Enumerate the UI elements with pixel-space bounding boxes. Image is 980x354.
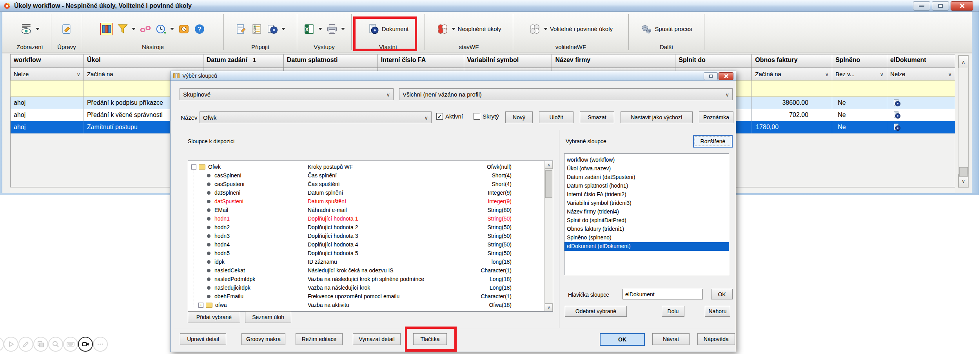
scrollbar-thumb[interactable] [959, 167, 968, 177]
nastavit-vychozi-button[interactable]: Nastavit jako výchozí [621, 111, 693, 123]
tree-row[interactable]: idpk ID záznamu long(18) [188, 257, 553, 266]
list-item[interactable]: Datum splatnosti (hodn1) [564, 182, 729, 190]
filter-splneno[interactable]: Bez v... [832, 68, 887, 80]
help-button[interactable]: ? [194, 23, 205, 35]
nazev-combo[interactable]: Ofwk [200, 111, 432, 123]
pen-button[interactable] [18, 337, 33, 352]
tree-row[interactable]: nasledPodmIdpk Vazba na následující krok… [188, 275, 553, 283]
list-item[interactable]: Variabilní symbol (trideni3) [564, 199, 729, 208]
list-item[interactable]: Název firmy (trideni4) [564, 208, 729, 216]
nahoru-button[interactable]: Nahoru [705, 306, 730, 317]
dialog-ok-button[interactable]: OK [600, 333, 645, 346]
stavwf-button[interactable]: Nesplněné úkoly [437, 23, 501, 35]
tree-expander-icon[interactable] [198, 303, 203, 308]
tree-row[interactable]: ofwa Vazba na aktivitu Ofwa(18) [188, 301, 553, 309]
volitelnewf-button[interactable]: Volitelné i povinné úkoly [529, 23, 613, 35]
keyboard-button[interactable] [63, 337, 78, 352]
filter-button[interactable] [117, 23, 136, 35]
more-button[interactable] [93, 337, 108, 352]
window-titlebar[interactable]: Úkoly workflow - Nesplněné úkoly, Volite… [0, 0, 979, 12]
column-header-splneno[interactable]: Splněno [832, 54, 887, 68]
tree-row[interactable]: EMail Náhradní e-mail String(80) [188, 206, 553, 214]
filter-workflow[interactable]: Nelze [11, 68, 84, 80]
list-item[interactable]: Splnit do (splnitDatPred) [564, 216, 729, 225]
navrat-button[interactable]: Návrat [652, 333, 690, 345]
dialog-close-button[interactable] [719, 72, 733, 80]
novy-button[interactable]: Nový [505, 111, 533, 123]
odebrat-vybrane-button[interactable]: Odebrat vybrané [565, 306, 627, 317]
tree-row[interactable]: Ofwk Kroky postupů WF Ofwk(null) [188, 162, 553, 171]
filter-eldokument[interactable]: Nelze [887, 68, 955, 80]
list-item[interactable]: Obnos faktury (trideni1) [564, 225, 729, 234]
tree-row[interactable]: nasledCekat Následující krok čeká na ode… [188, 266, 553, 275]
column-header-workflow[interactable]: workflow [11, 54, 84, 68]
tree-expander-icon[interactable] [191, 164, 196, 170]
dialog-titlebar[interactable]: Výběr sloupců [171, 71, 736, 81]
note-edit-button[interactable] [235, 23, 247, 35]
dolu-button[interactable]: Dolu [662, 306, 684, 317]
tree-row[interactable]: nasledujiciIdpk Vazba na následující kro… [188, 283, 553, 292]
rozsirene-button[interactable]: Rozšířené [693, 135, 733, 148]
groovy-makra-button[interactable]: Groovy makra [241, 333, 285, 345]
tree-row[interactable]: obehEmailu Frekvence upozornění pomocí e… [188, 292, 553, 301]
minimize-button[interactable] [913, 1, 930, 11]
column-header-nazev-firmy[interactable]: Název firmy [552, 54, 675, 68]
dialog-restore-button[interactable] [704, 72, 718, 80]
tree-row[interactable]: casSplneni Čas splnění Short(4) [188, 171, 553, 180]
available-columns-tree[interactable]: Ofwk Kroky postupů WF Ofwk(null) casSpln… [188, 162, 553, 309]
grid-vertical-scrollbar[interactable] [958, 55, 969, 188]
view-button[interactable] [20, 23, 40, 35]
scrollbar-thumb[interactable] [545, 170, 552, 198]
smazat-button[interactable]: Smazat [580, 111, 614, 123]
vymazat-detail-button[interactable]: Vymazat detail [353, 333, 401, 345]
list-item[interactable]: Datum zadání (datSpusteni) [564, 173, 729, 182]
quickfilter-cell[interactable] [832, 80, 887, 97]
tree-row[interactable]: datSplneni Datum splnění Integer(9) [188, 188, 553, 197]
tree-row[interactable]: hodn1 Doplňující hodnota 1 String(50) [188, 214, 553, 223]
pridat-vybrane-button[interactable]: Přidat vybrané [188, 311, 240, 323]
checklist-button[interactable] [251, 23, 263, 35]
stopwatch-button[interactable] [178, 23, 190, 35]
column-header-ukol[interactable]: Úkol [84, 54, 203, 68]
upravit-detail-button[interactable]: Upravit detail [180, 333, 226, 345]
profile-type-combo[interactable]: Skupinové [180, 88, 394, 100]
seznam-uloh-button[interactable]: Seznam úloh [245, 311, 291, 323]
edit-button[interactable] [61, 23, 73, 35]
unlink-button[interactable] [140, 23, 151, 35]
play-button[interactable] [4, 337, 18, 352]
quickfilter-cell[interactable] [887, 80, 955, 97]
column-header-eldokument[interactable]: elDokument [887, 54, 955, 68]
column-header-datum-zadani[interactable]: Datum zadání1 [203, 54, 284, 68]
poznamka-button[interactable]: Poznámka [699, 111, 733, 123]
windows-button[interactable] [33, 337, 48, 352]
aktivni-checkbox[interactable] [436, 113, 443, 120]
ulozit-button[interactable]: Uložit [539, 111, 573, 123]
list-item[interactable]: Interní číslo FA (trideni2) [564, 190, 729, 199]
quickfilter-cell[interactable] [11, 80, 84, 97]
quickfilter-cell[interactable] [752, 80, 832, 97]
selected-columns-list[interactable]: workflow (workflow)Úkol (ofwa.nazev)Datu… [564, 153, 729, 275]
column-select-button[interactable] [100, 23, 113, 35]
napoveda-button[interactable]: Nápověda [697, 333, 735, 345]
tree-row[interactable]: datSpusteni Datum spuštění Integer(9) [188, 197, 553, 206]
column-header-interni-cislo[interactable]: Interní číslo FA [378, 54, 464, 68]
skryty-checkbox[interactable] [474, 113, 480, 120]
close-button[interactable] [951, 1, 973, 11]
scroll-down-button[interactable] [545, 303, 553, 311]
rezim-editace-button[interactable]: Režim editace [296, 333, 343, 345]
hlavicka-sloupce-input[interactable] [622, 289, 703, 299]
tree-row[interactable]: casSpusteni Čas spuštění Short(4) [188, 180, 553, 188]
list-item[interactable]: Úkol (ofwa.nazev) [564, 164, 729, 173]
attach-cd-button[interactable] [267, 23, 285, 35]
refresh-clock-button[interactable] [155, 23, 174, 35]
print-button[interactable] [326, 23, 345, 35]
maximize-button[interactable] [932, 1, 949, 11]
tree-row[interactable]: hodn2 Doplňující hodnota 2 String(50) [188, 223, 553, 232]
list-item[interactable]: elDokument (elDokument) [564, 242, 729, 251]
profile-scope-combo[interactable]: Všichni (není vázáno na profil) [399, 88, 733, 100]
list-item[interactable]: Splněno (splneno) [564, 234, 729, 242]
tree-row[interactable]: hodn5 Doplňující hodnota 5 String(50) [188, 249, 553, 257]
column-header-variabilni-symbol[interactable]: Variabilní symbol [464, 54, 552, 68]
tree-row[interactable]: hodn4 Doplňující hodnota 4 String(50) [188, 240, 553, 249]
camera-button[interactable] [78, 337, 93, 352]
